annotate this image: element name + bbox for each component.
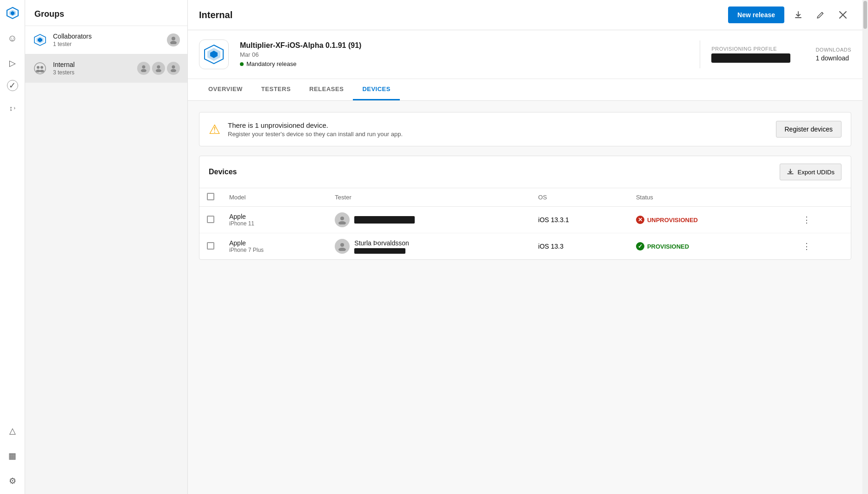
export-udids-button[interactable]: Export UDIDs — [780, 164, 841, 180]
devices-header: Devices Export UDIDs — [199, 156, 851, 188]
svg-point-17 — [172, 66, 175, 69]
nav-smiley-icon[interactable]: ☺ — [4, 30, 21, 46]
release-info: Multiplier-XF-iOS-Alpha 0.1.91 (91) Mar … — [240, 41, 689, 67]
row1-more-button[interactable]: ⋮ — [801, 213, 843, 227]
downloads-value: 1 download — [815, 54, 851, 62]
devices-section: Devices Export UDIDs Model — [199, 156, 851, 260]
collaborators-icon — [33, 33, 47, 47]
release-divider — [700, 40, 700, 68]
row1-model-name: Apple — [229, 213, 320, 220]
collaborators-avatars — [167, 33, 180, 46]
internal-name: Internal — [53, 61, 132, 68]
internal-sub: 3 testers — [53, 69, 132, 76]
nav-logo[interactable] — [4, 5, 21, 21]
tabs-bar: OVERVIEW TESTERS RELEASES DEVICES — [188, 79, 862, 101]
nav-gear-icon[interactable]: ⚙ — [4, 473, 21, 489]
svg-point-7 — [170, 41, 177, 44]
svg-point-18 — [171, 69, 176, 72]
svg-point-12 — [40, 70, 44, 72]
tab-releases[interactable]: RELEASES — [300, 79, 353, 100]
nav-rail: ☺ ▷ ✓ ↕ › △ ▦ ⚙ — [0, 0, 25, 494]
row1-tester-info — [335, 212, 523, 227]
svg-point-24 — [338, 221, 346, 224]
row1-status-cell: ✕ UNPROVISIONED — [629, 207, 793, 233]
row1-os: iOS 13.3.1 — [538, 216, 569, 224]
internal-info: Internal 3 testers — [53, 61, 132, 76]
header-actions: New release — [728, 7, 851, 23]
provisioning-value — [711, 53, 790, 63]
nav-play-icon[interactable]: ▷ — [4, 55, 21, 72]
svg-point-8 — [34, 63, 46, 74]
header-checkbox-cell — [199, 188, 222, 207]
row1-checkbox-cell — [199, 207, 222, 233]
sidebar: Groups Collaborators 1 tester — [25, 0, 188, 494]
svg-point-6 — [172, 37, 175, 40]
row1-tester-name-redacted — [354, 216, 415, 224]
table-row: Apple iPhone 7 Plus — [199, 233, 851, 260]
warning-banner: ⚠ There is 1 unprovisioned device. Regis… — [199, 112, 851, 146]
download-icon-button[interactable] — [790, 7, 807, 23]
collaborator-avatar-1 — [167, 33, 180, 46]
tab-testers[interactable]: TESTERS — [252, 79, 300, 100]
select-all-checkbox[interactable] — [207, 193, 214, 200]
scrollbar[interactable] — [862, 0, 868, 494]
row1-os-cell: iOS 13.3.1 — [531, 207, 629, 233]
svg-point-9 — [37, 66, 40, 69]
svg-point-14 — [141, 69, 146, 72]
row2-tester-avatar — [335, 239, 350, 254]
svg-point-15 — [157, 66, 160, 69]
row2-status: ✓ PROVISIONED — [636, 242, 786, 250]
tab-devices[interactable]: DEVICES — [353, 79, 400, 100]
header-status: Status — [629, 188, 793, 207]
row1-status-text: UNPROVISIONED — [647, 217, 698, 224]
release-bar: Multiplier-XF-iOS-Alpha 0.1.91 (91) Mar … — [188, 30, 862, 79]
row1-checkbox[interactable] — [207, 216, 214, 223]
sidebar-item-collaborators[interactable]: Collaborators 1 tester — [25, 26, 187, 54]
sidebar-title: Groups — [34, 9, 64, 19]
row2-model-cell: Apple iPhone 7 Plus — [222, 233, 327, 260]
page-title: Internal — [199, 10, 232, 20]
header-os: OS — [531, 188, 629, 207]
content-area: ⚠ There is 1 unprovisioned device. Regis… — [188, 101, 862, 494]
row2-status-cell: ✓ PROVISIONED — [629, 233, 793, 260]
internal-avatars — [137, 62, 180, 75]
main-header: Internal New release — [188, 0, 862, 30]
svg-point-13 — [142, 66, 146, 69]
internal-avatar-2 — [152, 62, 165, 75]
row2-status-icon: ✓ — [636, 242, 644, 250]
sidebar-item-internal[interactable]: Internal 3 testers — [25, 54, 187, 83]
release-name: Multiplier-XF-iOS-Alpha 0.1.91 (91) — [240, 41, 689, 50]
nav-code-branch-icon[interactable]: ↕ › — [4, 99, 21, 116]
new-release-button[interactable]: New release — [728, 7, 784, 23]
close-icon-button[interactable] — [835, 7, 851, 23]
row1-tester-cell — [327, 207, 530, 233]
scrollbar-thumb[interactable] — [863, 1, 867, 29]
row2-more-button[interactable]: ⋮ — [801, 239, 843, 253]
col-os-label: OS — [538, 194, 547, 201]
internal-avatar-1 — [137, 62, 150, 75]
sidebar-header: Groups — [25, 0, 187, 26]
nav-barchart-icon[interactable]: ▦ — [4, 448, 21, 464]
row2-more-cell: ⋮ — [793, 233, 851, 260]
row2-model-sub: iPhone 7 Plus — [229, 247, 320, 253]
col-tester-label: Tester — [335, 194, 351, 201]
row1-status: ✕ UNPROVISIONED — [636, 216, 786, 224]
release-badge-dot — [240, 62, 244, 66]
edit-icon-button[interactable] — [812, 7, 829, 23]
row2-checkbox[interactable] — [207, 242, 214, 250]
warning-main-text: There is 1 unprovisioned device. — [228, 121, 403, 129]
devices-title: Devices — [209, 168, 237, 176]
nav-check-circle-icon[interactable]: ✓ — [7, 80, 18, 91]
row2-model-name: Apple — [229, 239, 320, 247]
warning-sub-text: Register your tester's device so they ca… — [228, 131, 403, 138]
nav-warning-icon[interactable]: △ — [4, 422, 21, 439]
row1-tester-avatar — [335, 212, 350, 227]
release-date: Mar 06 — [240, 51, 689, 58]
row1-model-cell: Apple iPhone 11 — [222, 207, 327, 233]
table-header-row: Model Tester OS Status — [199, 188, 851, 207]
tab-overview[interactable]: OVERVIEW — [199, 79, 252, 100]
internal-icon — [33, 61, 47, 76]
register-devices-button[interactable]: Register devices — [776, 121, 842, 138]
svg-point-23 — [340, 217, 344, 220]
release-badge-text: Mandatory release — [246, 60, 297, 67]
